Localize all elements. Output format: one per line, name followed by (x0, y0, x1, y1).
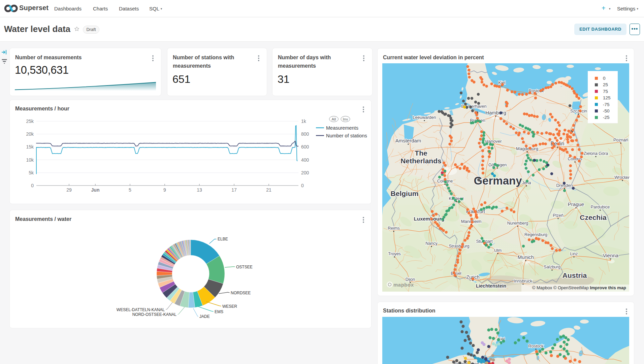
svg-text:Netherlands: Netherlands (400, 157, 441, 165)
svg-text:-50: -50 (603, 108, 610, 113)
svg-text:Linz: Linz (570, 252, 578, 256)
svg-text:Strasbourg: Strasbourg (449, 244, 469, 249)
svg-text:Hamburg: Hamburg (485, 110, 506, 115)
svg-text:Salzburg: Salzburg (544, 265, 560, 269)
svg-text:Reims: Reims (388, 226, 399, 231)
svg-text:5k: 5k (29, 170, 34, 175)
svg-text:Zielona Góra: Zielona Góra (584, 151, 608, 156)
svg-text:The: The (415, 149, 427, 157)
svg-text:400: 400 (301, 157, 309, 163)
svg-text:WESEL-DATTELN-KANAL: WESEL-DATTELN-KANAL (117, 307, 165, 312)
svg-text:Nuremberg: Nuremberg (507, 221, 528, 226)
svg-text:© Mapbox © OpenStreetMap Impro: © Mapbox © OpenStreetMap Improve this ma… (532, 285, 626, 290)
svg-text:Ulm: Ulm (494, 248, 502, 253)
svg-text:29: 29 (66, 187, 72, 193)
svg-text:EMS: EMS (215, 309, 223, 314)
svg-text:800: 800 (301, 131, 309, 137)
svg-text:1k: 1k (301, 119, 307, 124)
svg-text:ELBE: ELBE (218, 237, 228, 241)
svg-text:200: 200 (301, 170, 309, 175)
svg-text:Czechia: Czechia (580, 213, 607, 221)
svg-text:Innsbruck: Innsbruck (514, 279, 533, 284)
svg-text:Inv: Inv (343, 117, 348, 121)
svg-text:Leeuwarden: Leeuwarden (413, 115, 436, 120)
svg-text:5: 5 (129, 187, 131, 193)
svg-text:17: 17 (231, 187, 237, 193)
svg-text:Belgium: Belgium (391, 190, 419, 197)
svg-text:-25: -25 (603, 115, 610, 120)
svg-text:Regensburg: Regensburg (524, 232, 547, 237)
svg-text:600: 600 (301, 144, 309, 150)
svg-text:0: 0 (603, 76, 606, 81)
svg-text:JADE: JADE (199, 314, 210, 319)
svg-text:All: All (332, 117, 336, 121)
svg-text:0: 0 (301, 183, 304, 188)
svg-text:Szczecin: Szczecin (570, 109, 587, 113)
svg-text:13: 13 (197, 187, 202, 193)
svg-text:Vienna: Vienna (603, 253, 619, 258)
svg-text:9: 9 (163, 187, 166, 193)
svg-text:25: 25 (603, 82, 608, 87)
svg-text:Amsterdam: Amsterdam (395, 138, 421, 143)
svg-text:Munich: Munich (518, 254, 534, 260)
svg-text:25k: 25k (26, 119, 34, 124)
svg-text:Luxembourg: Luxembourg (414, 216, 445, 222)
svg-text:NORDSEE: NORDSEE (231, 291, 251, 295)
svg-text:mapbox: mapbox (393, 282, 414, 288)
svg-text:Nancy: Nancy (425, 241, 438, 246)
svg-text:Liechtenstein: Liechtenstein (476, 283, 506, 289)
svg-text:-75: -75 (603, 102, 610, 107)
svg-text:75: 75 (603, 89, 608, 94)
svg-text:Plzeň: Plzeň (553, 213, 563, 218)
svg-text:Dijon: Dijon (406, 277, 415, 282)
svg-text:10k: 10k (26, 157, 34, 163)
svg-text:21: 21 (266, 187, 271, 193)
svg-text:Poznań: Poznań (613, 137, 628, 142)
svg-text:0: 0 (31, 183, 34, 188)
svg-text:Germany: Germany (474, 174, 522, 187)
svg-text:NORD-OSTSEE-KANAL: NORD-OSTSEE-KANAL (132, 312, 177, 317)
svg-text:125: 125 (603, 95, 611, 100)
svg-text:Troyes: Troyes (388, 252, 401, 256)
svg-text:Prague: Prague (568, 201, 584, 207)
svg-text:Measurements: Measurements (326, 125, 358, 131)
svg-text:Austria: Austria (562, 271, 587, 279)
svg-text:20k: 20k (26, 131, 34, 137)
svg-text:15k: 15k (26, 144, 34, 150)
svg-text:Pardubice: Pardubice (591, 205, 610, 209)
svg-text:Rostock: Rostock (528, 344, 544, 349)
svg-text:WESER: WESER (222, 304, 237, 309)
svg-text:Jun: Jun (91, 187, 100, 193)
svg-text:Number of stations: Number of stations (326, 133, 367, 138)
svg-text:OSTSEE: OSTSEE (236, 265, 253, 269)
svg-text:Wrocław: Wrocław (614, 175, 629, 180)
